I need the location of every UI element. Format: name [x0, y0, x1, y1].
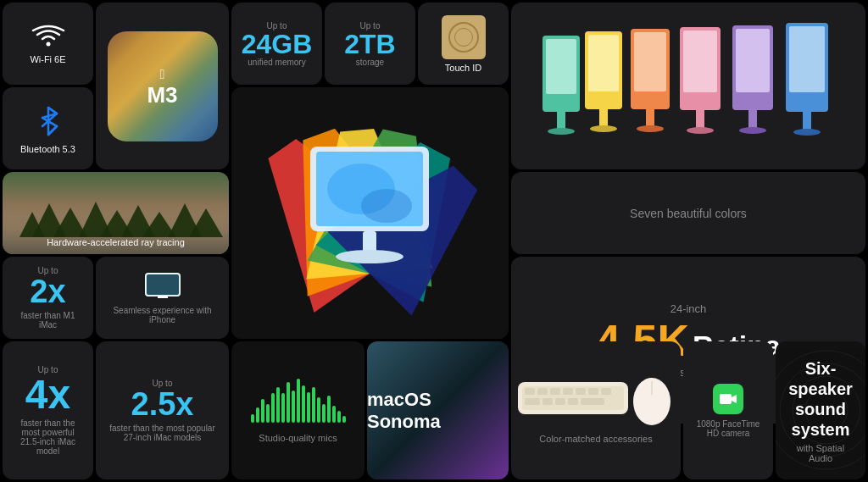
fan-pages-svg: [231, 87, 509, 339]
faster4x-number: 4x: [25, 374, 70, 415]
macos-background: macOS Sonoma: [367, 341, 509, 479]
facetime-label: 1080p FaceTime HD camera: [692, 419, 765, 438]
svg-point-0: [46, 42, 50, 46]
svg-point-35: [590, 125, 617, 132]
facetime-video-icon: [719, 390, 737, 408]
bluetooth-label: Bluetooth 5.3: [20, 144, 75, 154]
raytrace-tile: Hardware-accelerated ray tracing: [3, 172, 229, 254]
faster4x-tile: Up to 4x faster than the most powerful 2…: [3, 341, 93, 479]
faster2x-number: 2x: [30, 275, 65, 307]
colors-imacs-svg: [527, 19, 849, 154]
memory-tile: Up to 24GB unified memory: [231, 3, 322, 85]
imac-hero-tile: [231, 87, 509, 339]
retina-prefix: 24-inch: [670, 302, 707, 315]
m3-chip:  M3: [108, 31, 218, 141]
svg-rect-68: [720, 394, 732, 404]
svg-rect-46: [748, 110, 757, 129]
monitor-icon: [144, 272, 181, 301]
wifi-label: Wi-Fi 6E: [30, 54, 65, 64]
wifi-tile: Wi-Fi 6E: [3, 3, 93, 85]
svg-rect-11: [146, 274, 180, 296]
svg-rect-45: [736, 29, 770, 92]
imac-hero-graphic: [231, 87, 509, 339]
memory-number: 24GB: [242, 30, 313, 58]
svg-point-31: [548, 128, 575, 135]
mics-tile: Studio-quality mics: [231, 341, 364, 479]
svg-rect-63: [555, 398, 565, 405]
seamless-tile: Seamless experience with iPhone: [96, 257, 229, 339]
seven-colors-label: Seven beautiful colors: [630, 207, 747, 220]
top-specs-row: Up to 24GB unified memory Up to 2TB stor…: [231, 3, 509, 85]
wifi-icon: [31, 24, 65, 49]
macos-tile: macOS Sonoma: [367, 341, 509, 479]
svg-point-39: [637, 125, 664, 132]
mics-label: Studio-quality mics: [259, 433, 337, 443]
accessories-tile: Color-matched accessories: [511, 341, 681, 479]
raytrace-label: Hardware-accelerated ray tracing: [47, 237, 185, 254]
svg-point-26: [336, 250, 403, 263]
touchid-label: Touch ID: [445, 63, 481, 73]
svg-point-24: [361, 189, 412, 223]
faster2x-tile: Up to 2x faster than M1 iMac: [3, 257, 93, 339]
faster4x-sub: faster than the most powerful 21.5-inch …: [11, 418, 85, 456]
svg-point-51: [793, 129, 821, 136]
svg-rect-41: [683, 30, 717, 92]
svg-rect-38: [646, 109, 654, 126]
bluetooth-icon: [36, 103, 61, 139]
storage-sub: storage: [356, 58, 384, 67]
touchid-key: [442, 15, 486, 59]
svg-rect-61: [525, 398, 540, 405]
svg-rect-57: [563, 388, 573, 395]
speaker-content: Six-speaker sound system with Spatial Au…: [784, 358, 857, 463]
svg-rect-37: [634, 32, 666, 91]
facetime-speaker-row: 1080p FaceTime HD camera Six-speaker sou…: [683, 341, 865, 479]
svg-point-43: [687, 127, 714, 134]
svg-rect-64: [568, 398, 578, 405]
main-page: Wi-Fi 6E Bluetooth 5.3  M3: [0, 0, 868, 482]
svg-rect-50: [803, 112, 811, 130]
facetime-tile: 1080p FaceTime HD camera: [683, 341, 773, 479]
faster25x-sub: faster than the most popular 27-inch iMa…: [104, 424, 220, 442]
svg-rect-49: [789, 26, 825, 92]
speaker-title: Six-speaker sound system: [784, 358, 857, 440]
faster25x-number: 2.5x: [131, 388, 194, 420]
speaker-sub: with Spatial Audio: [784, 443, 857, 463]
storage-tile: Up to 2TB storage: [325, 3, 415, 85]
facetime-icon: [713, 384, 743, 414]
accessories-label: Color-matched accessories: [539, 434, 652, 444]
svg-rect-56: [550, 388, 560, 395]
bluetooth-tile: Bluetooth 5.3: [3, 87, 93, 169]
svg-rect-58: [576, 388, 586, 395]
svg-marker-69: [732, 395, 737, 403]
storage-number: 2TB: [344, 30, 395, 58]
svg-rect-33: [588, 35, 619, 91]
svg-rect-42: [696, 110, 704, 129]
seven-colors-tile: Seven beautiful colors: [511, 172, 865, 254]
colors-tile: [511, 3, 865, 169]
svg-rect-62: [542, 398, 553, 405]
svg-rect-34: [599, 109, 608, 126]
speaker-tile: Six-speaker sound system with Spatial Au…: [776, 341, 865, 479]
memory-sub: unified memory: [248, 58, 305, 67]
svg-rect-65: [581, 398, 604, 405]
mics-waveform: [251, 379, 346, 423]
macos-label: macOS Sonoma: [367, 389, 509, 433]
svg-rect-30: [557, 112, 565, 129]
svg-rect-54: [525, 388, 535, 395]
svg-rect-60: [601, 388, 611, 395]
m3-tile:  M3: [96, 3, 229, 169]
svg-rect-29: [546, 39, 576, 94]
trees-silhouette: [3, 195, 229, 237]
svg-rect-59: [588, 388, 598, 395]
seamless-label: Seamless experience with iPhone: [104, 306, 220, 324]
touchid-tile: Touch ID: [418, 3, 509, 85]
faster25x-tile: Up to 2.5x faster than the most popular …: [96, 341, 229, 479]
svg-point-47: [739, 127, 766, 134]
svg-rect-55: [537, 388, 548, 395]
faster2x-sub: faster than M1 iMac: [11, 311, 85, 330]
accessories-svg: [518, 378, 675, 429]
